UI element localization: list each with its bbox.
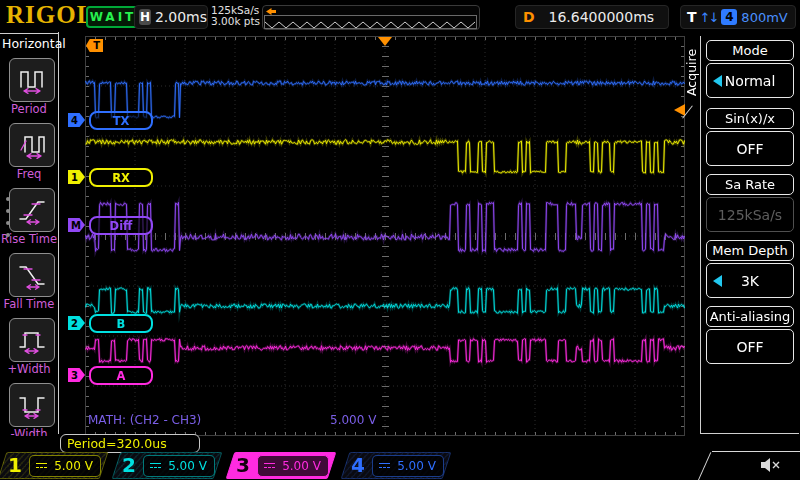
sidebar-item-freq[interactable]: Freq [0,123,58,185]
menu-item-anti-aliasing[interactable]: Anti-aliasingOFF [706,306,794,364]
bottom-separator-line [712,451,800,452]
channel-position-marker-rx: 1 [68,170,85,184]
trigger-slope-icon: ↑↓ [700,10,718,25]
menu-page-dot [6,221,10,225]
trigger-readout-block[interactable]: T ↑↓ 4 800mV [680,5,796,29]
channel-position-marker-diff: M [68,218,85,232]
delay-prefix: D [523,9,535,25]
waveform-plot-area: T MATH: (CH2 - CH3) 5.000 V 4TX1RXMDiff2… [85,36,685,436]
channel-status-ch2[interactable]: 25.00 V [116,452,218,479]
acquire-menu-tab: Acquire [683,38,701,106]
menu-item-value[interactable]: 125kSa/s [706,197,794,232]
channel-scale-box: 5.00 V [143,455,215,477]
channel-position-marker-a: 3 [68,368,85,382]
top-status-bar: RIGOL WAIT H 2.00ms 125kSa/s 3.00k pts D… [0,0,800,32]
channel-name-label-tx: TX [89,111,153,130]
trigger-prefix: T [687,9,697,25]
minus-width-icon [9,383,55,427]
channel-position-marker-b: 2 [68,316,85,330]
left-menu-title: Horizontal [2,36,56,51]
dc-coupling-icon [379,462,390,470]
delay-readout-block[interactable]: D 16.6400000ms [515,5,669,29]
channel-name-label-diff: Diff [89,216,153,235]
channel-status-ch3[interactable]: 35.00 V [230,452,332,479]
rigol-logo: RIGOL [6,1,94,29]
menu-item-value[interactable]: Normal [706,63,794,98]
math-status-label: MATH: (CH2 - CH3) [88,413,201,427]
menu-page-dot [6,209,10,213]
trigger-source-badge: 4 [721,9,737,25]
sample-rate-readout: 125kSa/s 3.00k pts [211,5,260,27]
delay-value: 16.6400000ms [535,9,668,25]
measurement-result-box: Period=320.0us [60,434,200,453]
left-menu-divider [0,33,58,34]
dc-coupling-icon [264,462,275,470]
freq-icon [9,123,55,167]
selector-triangle-icon [713,275,722,287]
menu-item-title: Mode [706,40,794,61]
rise-time-icon [9,188,55,232]
channel-scale-box: 5.00 V [257,455,329,477]
menu-item-value[interactable]: 3K [706,263,794,298]
dc-coupling-icon [150,462,161,470]
menu-item-title: Sa Rate [706,174,794,195]
menu-page-dot [6,197,10,201]
selector-triangle-icon [713,75,722,87]
preview-waveform [264,15,477,29]
trigger-level-value: 800mV [741,10,787,25]
horizontal-timebase-block[interactable]: H 2.00ms [134,5,208,29]
menu-item-value[interactable]: OFF [706,329,794,364]
timebase-value: 2.00ms [155,9,207,25]
channel-name-label-rx: RX [89,168,153,187]
sidebar-item-label: Period [0,102,58,116]
fall-time-icon [9,253,55,297]
menu-item-title: Mem Depth [706,240,794,261]
channel-name-label-b: B [89,314,153,333]
channel-number: 3 [236,453,250,477]
channel-scale-value: 5.00 V [47,459,100,473]
channel-name-label-a: A [89,366,153,385]
sidebar-item-width[interactable]: +Width [0,318,58,380]
menu-item-mem-depth[interactable]: Mem Depth3K [706,240,794,298]
sidebar-item-period[interactable]: Period [0,58,58,120]
menu-page-dot [6,233,10,237]
channel-scale-value: 5.00 V [275,459,328,473]
channel-position-marker-tx: 4 [68,113,85,127]
channel-scale-box: 5.00 V [372,455,444,477]
channel-status-ch4[interactable]: 45.00 V [345,452,447,479]
speaker-muted-icon [760,456,782,474]
menu-item-sa-rate[interactable]: Sa Rate125kSa/s [706,174,794,232]
channel-scale-value: 5.00 V [390,459,443,473]
trigger-position-marker-icon [378,37,392,46]
plus-width-icon [9,318,55,362]
sidebar-item-label: +Width [0,362,58,376]
run-status-badge[interactable]: WAIT [86,6,140,28]
channel-scale-value: 5.00 V [161,459,214,473]
waveform-display [85,36,685,436]
sidebar-item-fall-time[interactable]: Fall Time [0,253,58,315]
menu-item-mode[interactable]: ModeNormal [706,40,794,98]
menu-item-sin-x-x[interactable]: Sin(x)/xOFF [706,108,794,166]
memory-points: 3.00k pts [211,16,260,27]
menu-item-value[interactable]: OFF [706,131,794,166]
sidebar-item-label: Fall Time [0,297,58,311]
menu-item-title: Anti-aliasing [706,306,794,327]
dc-coupling-icon [36,462,47,470]
math-scale-label: 5.000 V [330,413,376,427]
sidebar-item-label: Freq [0,167,58,181]
channel-number: 1 [8,453,22,477]
channel-scale-box: 5.00 V [29,455,101,477]
channel-number: 2 [122,453,136,477]
channel-number: 4 [351,453,365,477]
channel-status-ch1[interactable]: 15.00 V [2,452,104,479]
horizontal-prefix: H [139,9,151,25]
menu-item-title: Sin(x)/x [706,108,794,129]
period-icon [9,58,55,102]
